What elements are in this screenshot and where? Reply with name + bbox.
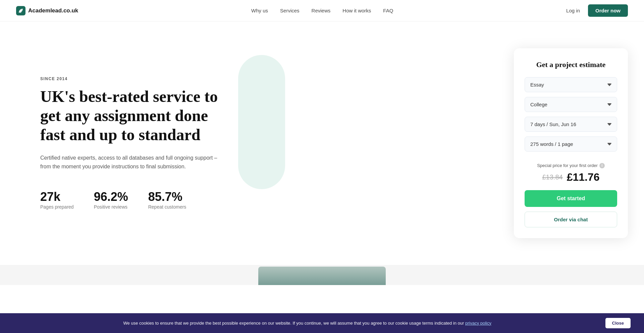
brand-logo[interactable]: Academlead.co.uk (16, 6, 78, 15)
hero-stats: 27k Pages prepared 96.2% Positive review… (40, 190, 228, 210)
nav-why-us[interactable]: Why us (251, 8, 268, 13)
estimate-title: Get a project estimate (525, 60, 617, 69)
special-price-label: Special price for your first order i (537, 163, 605, 168)
nav-faq[interactable]: FAQ (383, 8, 393, 13)
type-select[interactable]: Essay Research Paper Dissertation Course… (525, 77, 617, 92)
stat-customers-value: 85.7% (148, 190, 186, 204)
nav-reviews[interactable]: Reviews (312, 8, 331, 13)
nav-services[interactable]: Services (280, 8, 300, 13)
login-link[interactable]: Log in (566, 8, 580, 13)
order-via-chat-button[interactable]: Order via chat (525, 212, 617, 227)
stat-customers: 85.7% Repeat customers (148, 190, 186, 210)
since-label: SINCE 2014 (40, 76, 228, 81)
logo-icon (16, 6, 25, 15)
price-row: £13.84 £11.76 (525, 171, 617, 183)
deadline-select[interactable]: 3 hours 6 hours 12 hours 24 hours 2 days… (525, 117, 617, 132)
stat-reviews: 96.2% Positive reviews (94, 190, 128, 210)
order-now-button[interactable]: Order now (588, 4, 628, 17)
get-started-button[interactable]: Get started (525, 190, 617, 207)
level-select[interactable]: High School College University Master's … (525, 97, 617, 112)
blob-left (238, 55, 285, 189)
estimate-card: Get a project estimate Essay Research Pa… (514, 48, 628, 238)
hero-section: SINCE 2014 UK's best-rated service to ge… (0, 21, 644, 265)
pages-select[interactable]: 275 words / 1 page 550 words / 2 pages 8… (525, 136, 617, 152)
stat-reviews-value: 96.2% (94, 190, 128, 204)
preview-image (258, 267, 386, 285)
stat-pages-label: Pages prepared (40, 204, 74, 210)
brand-name: Academlead.co.uk (28, 7, 78, 14)
bottom-preview (0, 265, 644, 285)
stat-pages-value: 27k (40, 190, 74, 204)
navbar: Academlead.co.uk Why us Services Reviews… (0, 0, 644, 21)
hero-title: UK's best-rated service to get any assig… (40, 87, 228, 144)
nav-links: Why us Services Reviews How it works FAQ (251, 8, 393, 14)
stat-customers-label: Repeat customers (148, 204, 186, 210)
stat-pages: 27k Pages prepared (40, 190, 74, 210)
price-discounted: £11.76 (567, 171, 600, 183)
info-icon[interactable]: i (599, 163, 605, 168)
stat-reviews-label: Positive reviews (94, 204, 127, 210)
hero-content: SINCE 2014 UK's best-rated service to ge… (40, 76, 228, 210)
price-original: £13.84 (542, 173, 562, 181)
nav-right: Log in Order now (566, 4, 628, 17)
nav-how-it-works[interactable]: How it works (342, 8, 371, 13)
hero-description: Certified native experts, access to all … (40, 154, 228, 171)
special-price-row: Special price for your first order i (525, 162, 617, 168)
